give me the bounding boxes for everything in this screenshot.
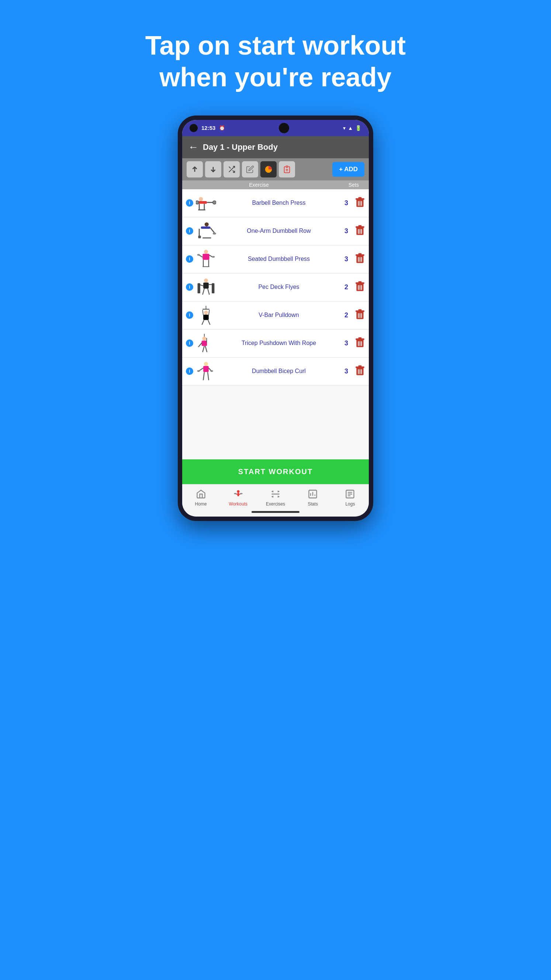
table-row: i Pec Deck Flyes 2 bbox=[182, 274, 369, 301]
svg-rect-14 bbox=[359, 197, 362, 199]
svg-line-80 bbox=[205, 346, 207, 352]
sets-count: 2 bbox=[341, 283, 352, 291]
svg-line-94 bbox=[203, 372, 204, 380]
exercise-name[interactable]: Pec Deck Flyes bbox=[217, 284, 341, 290]
nav-logs[interactable]: Logs bbox=[332, 488, 369, 507]
sets-count: 3 bbox=[341, 199, 352, 207]
nav-stats[interactable]: Stats bbox=[294, 488, 332, 507]
exercise-image bbox=[195, 276, 217, 298]
svg-point-102 bbox=[237, 490, 239, 493]
svg-line-53 bbox=[208, 288, 210, 295]
svg-line-77 bbox=[198, 342, 202, 347]
chart-button[interactable] bbox=[260, 161, 276, 178]
svg-line-95 bbox=[208, 372, 209, 380]
svg-line-21 bbox=[210, 228, 214, 233]
sets-column-header: Sets bbox=[345, 182, 363, 188]
start-workout-button[interactable]: START WORKOUT bbox=[182, 460, 369, 484]
info-icon[interactable]: i bbox=[186, 312, 193, 319]
info-icon[interactable]: i bbox=[186, 227, 193, 235]
exercise-name[interactable]: Barbell Bench Press bbox=[217, 200, 341, 206]
workouts-icon bbox=[232, 488, 244, 500]
phone-mockup: 12:53 ⏰ ▾ ▲ 🔋 ← Day 1 - Upper Body bbox=[178, 116, 373, 521]
svg-point-18 bbox=[204, 222, 208, 226]
exercise-name[interactable]: One-Arm Dumbbell Row bbox=[217, 228, 341, 234]
info-icon[interactable]: i bbox=[186, 283, 193, 291]
sets-count: 2 bbox=[341, 312, 352, 319]
info-icon[interactable]: i bbox=[186, 339, 193, 347]
battery-icon: 🔋 bbox=[355, 125, 361, 131]
home-icon bbox=[195, 488, 207, 500]
svg-rect-1 bbox=[286, 166, 288, 167]
hero-line1: Tap on start workout bbox=[145, 30, 406, 61]
home-indicator bbox=[182, 509, 369, 517]
shuffle-button[interactable] bbox=[224, 161, 240, 178]
delete-button[interactable] bbox=[355, 252, 365, 266]
svg-point-8 bbox=[196, 201, 199, 204]
stats-icon bbox=[307, 488, 319, 500]
sets-count: 3 bbox=[341, 255, 352, 263]
nav-stats-label: Stats bbox=[308, 501, 318, 507]
svg-point-46 bbox=[204, 278, 208, 282]
svg-rect-70 bbox=[359, 309, 362, 311]
edit-button[interactable] bbox=[242, 161, 258, 178]
svg-line-79 bbox=[202, 346, 204, 352]
delete-button[interactable] bbox=[355, 309, 365, 322]
nav-home-label: Home bbox=[195, 501, 207, 507]
svg-point-36 bbox=[212, 256, 214, 258]
svg-rect-98 bbox=[359, 365, 362, 367]
app-header: ← Day 1 - Upper Body bbox=[182, 136, 369, 158]
table-row: i Barbell Bench Press 3 bbox=[182, 189, 369, 217]
svg-line-66 bbox=[202, 320, 204, 325]
svg-line-67 bbox=[208, 320, 210, 325]
info-icon[interactable]: i bbox=[186, 199, 193, 207]
table-row: i Dumbbell Bicep Curl 3 bbox=[182, 358, 369, 386]
svg-point-31 bbox=[204, 250, 208, 254]
signal-icon: ▲ bbox=[348, 125, 353, 131]
nav-logs-label: Logs bbox=[345, 501, 355, 507]
exercise-image bbox=[195, 304, 217, 326]
exercise-toolbar: + ADD bbox=[182, 158, 369, 180]
clipboard-button[interactable] bbox=[279, 161, 295, 178]
wifi-icon: ▾ bbox=[343, 125, 346, 131]
delete-button[interactable] bbox=[355, 364, 365, 378]
exercise-name[interactable]: Dumbbell Bicep Curl bbox=[217, 368, 341, 374]
svg-rect-63 bbox=[203, 314, 209, 320]
move-up-button[interactable] bbox=[187, 161, 203, 178]
column-headers: Exercise Sets bbox=[182, 180, 369, 189]
nav-home[interactable]: Home bbox=[182, 488, 219, 507]
sets-count: 3 bbox=[341, 227, 352, 235]
svg-line-52 bbox=[202, 288, 204, 295]
nav-workouts[interactable]: Workouts bbox=[219, 488, 257, 507]
svg-point-88 bbox=[204, 362, 208, 366]
svg-rect-32 bbox=[202, 254, 209, 260]
svg-rect-103 bbox=[237, 493, 239, 496]
back-button[interactable]: ← bbox=[188, 141, 198, 153]
empty-space bbox=[182, 386, 369, 460]
exercise-column-header: Exercise bbox=[188, 182, 330, 188]
exercise-name[interactable]: Tricep Pushdown With Rope bbox=[217, 340, 341, 347]
add-exercise-button[interactable]: + ADD bbox=[332, 162, 364, 177]
exercise-name[interactable]: Seated Dumbbell Press bbox=[217, 256, 341, 262]
svg-point-91 bbox=[197, 370, 200, 372]
selfie-camera bbox=[279, 123, 289, 133]
exercise-image bbox=[195, 220, 217, 242]
sets-count: 3 bbox=[341, 368, 352, 375]
delete-button[interactable] bbox=[355, 337, 365, 350]
front-camera bbox=[190, 124, 198, 132]
nav-exercises[interactable]: Exercises bbox=[257, 488, 294, 507]
svg-line-92 bbox=[208, 368, 211, 371]
exercise-name[interactable]: V-Bar Pulldown bbox=[217, 312, 341, 318]
logs-icon bbox=[344, 488, 356, 500]
move-down-button[interactable] bbox=[205, 161, 221, 178]
delete-button[interactable] bbox=[355, 224, 365, 238]
info-icon[interactable]: i bbox=[186, 255, 193, 263]
delete-button[interactable] bbox=[355, 196, 365, 210]
delete-button[interactable] bbox=[355, 280, 365, 294]
exercise-image bbox=[195, 248, 217, 270]
sets-count: 3 bbox=[341, 339, 352, 347]
info-icon[interactable]: i bbox=[186, 368, 193, 375]
exercise-list: i Barbell Bench Press 3 bbox=[182, 189, 369, 386]
svg-point-4 bbox=[199, 197, 203, 201]
table-row: i Tricep Pushdown With Rope 3 bbox=[182, 329, 369, 358]
svg-point-22 bbox=[213, 232, 216, 235]
